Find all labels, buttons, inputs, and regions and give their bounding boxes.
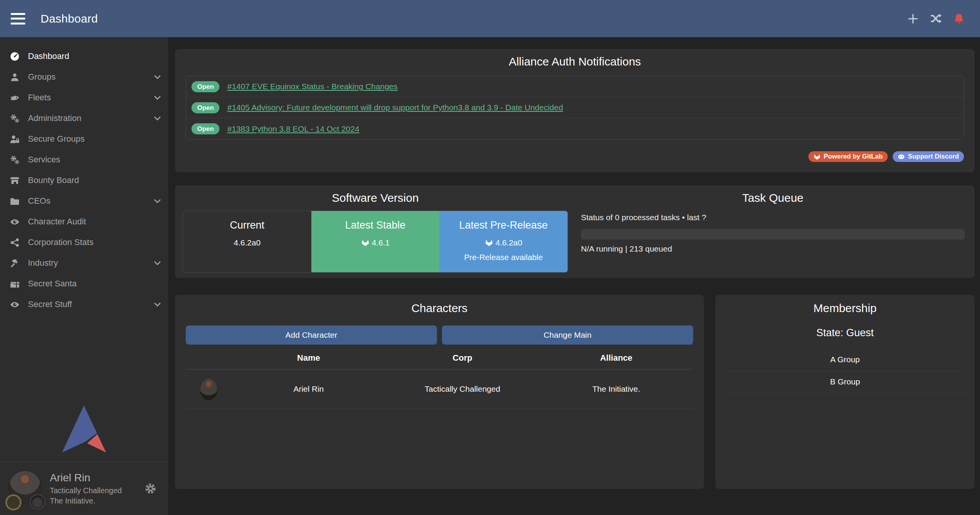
main-content: Alliance Auth Notifications Open #1407 E… <box>168 37 980 515</box>
discord-icon <box>898 154 905 160</box>
add-character-button[interactable]: Add Character <box>186 325 437 345</box>
share-icon <box>10 237 23 247</box>
sidebar-item-label: Corporation Stats <box>28 237 93 247</box>
sidebar-item-character-audit[interactable]: Character Audit <box>0 211 168 232</box>
navbar-actions <box>907 13 965 25</box>
task-queue-status: Status of 0 processed tasks • last ? <box>581 213 965 222</box>
version-column-heading: Latest Stable <box>311 219 440 231</box>
notification-link[interactable]: #1407 EVE Equinox Status - Breaking Chan… <box>227 82 398 91</box>
gear-icon[interactable] <box>144 482 157 495</box>
character-name: Ariel Rin <box>232 384 386 394</box>
character-alliance: The Initiative. <box>539 384 693 394</box>
version-column-heading: Current <box>183 219 311 231</box>
top-navbar: Dashboard <box>0 0 980 37</box>
list-item: Open #1405 Advisory: Future development … <box>186 97 964 118</box>
notification-link[interactable]: #1405 Advisory: Future development will … <box>227 103 563 112</box>
sidebar-item-secret-stuff[interactable]: Secret Stuff <box>0 294 168 315</box>
badge-label: Powered by GitLab <box>824 153 883 160</box>
sidebar-item-label: Fleets <box>28 93 51 103</box>
sidebar-item-label: Bounty Board <box>28 175 79 185</box>
software-version-panel: Software Version Current 4.6.2a0 Latest … <box>175 185 575 278</box>
sidebar-item-label: Secure Groups <box>28 134 85 144</box>
characters-title: Characters <box>186 302 693 315</box>
version-taskqueue-panel: Software Version Current 4.6.2a0 Latest … <box>175 185 975 278</box>
store-icon <box>10 175 23 185</box>
character-portrait <box>200 378 218 400</box>
notification-link[interactable]: #1383 Python 3.8 EOL - 14 Oct 2024 <box>227 124 359 134</box>
sidebar-item-ceos[interactable]: CEOs <box>0 191 168 211</box>
page-title: Dashboard <box>41 12 98 25</box>
chevron-down-icon <box>153 93 162 102</box>
change-main-button[interactable]: Change Main <box>442 325 693 345</box>
menu-toggle-icon[interactable] <box>11 13 25 25</box>
user-icon <box>10 72 23 82</box>
user-lock-icon <box>10 134 23 144</box>
software-version-title: Software Version <box>183 191 568 204</box>
folder-icon <box>10 196 23 206</box>
sidebar-item-label: Secret Stuff <box>28 299 72 309</box>
chevron-down-icon <box>153 72 162 82</box>
version-column-heading: Latest Pre-Release <box>439 219 568 231</box>
sidebar-item-groups[interactable]: Groups <box>0 67 168 87</box>
list-item: Open #1383 Python 3.8 EOL - 14 Oct 2024 <box>186 118 964 139</box>
sidebar-item-bounty-board[interactable]: Bounty Board <box>0 170 168 191</box>
notifications-title: Alliance Auth Notifications <box>186 55 964 68</box>
column-header-name: Name <box>232 353 386 363</box>
user-corp: Tactically Challenged <box>50 487 122 494</box>
sidebar-item-label: Secret Santa <box>28 279 77 289</box>
sidebar-item-services[interactable]: Services <box>0 149 168 170</box>
table-header-row: Name Corp Alliance <box>186 353 693 369</box>
shuffle-icon[interactable] <box>930 13 942 25</box>
status-badge: Open <box>191 81 219 92</box>
user-name: Ariel Rin <box>50 472 122 483</box>
task-queue-counts: N/A running | 213 queued <box>581 244 965 253</box>
rocket-icon <box>10 93 23 103</box>
sidebar: Dashboard Groups Fleets Ad <box>0 37 168 515</box>
status-badge: Open <box>191 102 219 113</box>
version-current: Current 4.6.2a0 <box>183 211 311 272</box>
gitlab-icon <box>813 154 821 160</box>
sidebar-item-secret-santa[interactable]: Secret Santa <box>0 273 168 294</box>
membership-groups: A Group B Group <box>725 349 965 393</box>
chevron-down-icon <box>153 300 162 309</box>
sidebar-item-administration[interactable]: Administration <box>0 108 168 129</box>
bottom-row: Characters Add Character Change Main Nam… <box>175 295 975 489</box>
column-header-alliance: Alliance <box>539 353 693 363</box>
character-corp: Tactically Challenged <box>386 384 540 394</box>
sidebar-item-label: Groups <box>28 72 56 82</box>
sidebar-item-label: Industry <box>28 258 58 268</box>
sidebar-item-label: Dashboard <box>28 51 69 61</box>
list-item: Open #1407 EVE Equinox Status - Breaking… <box>186 76 964 97</box>
sidebar-item-dashboard[interactable]: Dashboard <box>0 46 168 67</box>
sidebar-item-label: Character Audit <box>28 217 86 227</box>
version-value: 4.6.1 <box>372 238 390 247</box>
membership-panel: Membership State: Guest A Group B Group <box>715 295 975 489</box>
gears-icon <box>10 113 23 123</box>
alliance-auth-logo <box>62 405 106 453</box>
task-queue-panel: Task Queue Status of 0 processed tasks •… <box>575 185 975 278</box>
sidebar-item-secure-groups[interactable]: Secure Groups <box>0 129 168 149</box>
sidebar-item-label: CEOs <box>28 196 51 206</box>
chevron-down-icon <box>153 196 162 206</box>
sidebar-item-label: Services <box>28 155 60 165</box>
membership-title: Membership <box>725 302 965 315</box>
version-latest-stable: Latest Stable 4.6.1 <box>311 211 440 272</box>
version-value: 4.6.2a0 <box>234 238 260 247</box>
sidebar-item-corporation-stats[interactable]: Corporation Stats <box>0 232 168 253</box>
bell-icon[interactable] <box>953 13 965 25</box>
characters-panel: Characters Add Character Change Main Nam… <box>175 295 704 489</box>
eye-icon <box>10 217 23 227</box>
sidebar-menu: Dashboard Groups Fleets Ad <box>0 37 168 315</box>
chevron-down-icon <box>153 258 162 268</box>
powered-by-gitlab-badge[interactable]: Powered by GitLab <box>808 151 888 162</box>
eye-icon <box>10 299 23 309</box>
sidebar-item-fleets[interactable]: Fleets <box>0 87 168 108</box>
gitlab-icon <box>361 239 370 247</box>
plus-icon[interactable] <box>907 13 919 25</box>
notifications-footer: Powered by GitLab Support Discord <box>186 151 964 162</box>
sidebar-item-industry[interactable]: Industry <box>0 253 168 273</box>
corp-logo-badge <box>5 494 21 510</box>
table-row: Ariel Rin Tactically Challenged The Init… <box>186 369 693 409</box>
prerelease-note: Pre-Release available <box>439 253 568 262</box>
support-discord-badge[interactable]: Support Discord <box>893 151 964 162</box>
